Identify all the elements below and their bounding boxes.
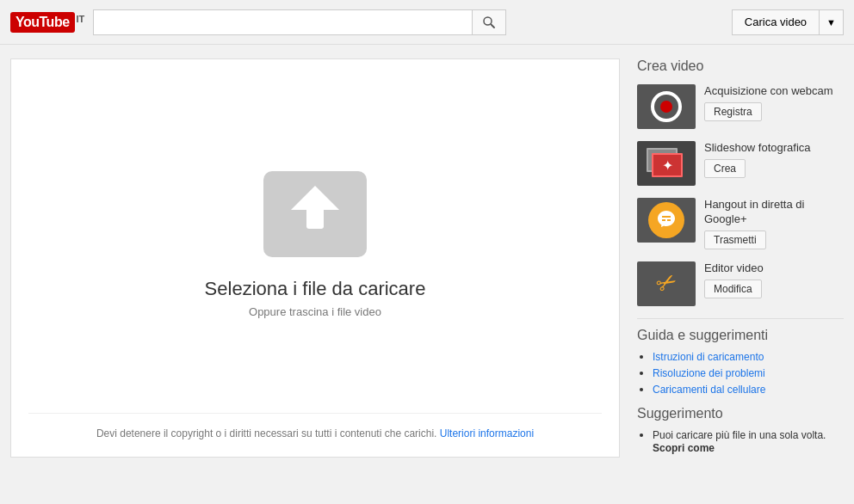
sidebar-item-editor: ✂ Editor video Modifica (637, 261, 844, 306)
slideshow-thumbnail: ✦ (637, 141, 696, 186)
webcam-action-button[interactable]: Registra (704, 102, 762, 121)
upload-icon (263, 171, 367, 257)
logo-it-suffix: IT (77, 14, 85, 24)
crea-video-heading: Crea video (637, 58, 844, 74)
editor-thumbnail: ✂ (637, 261, 696, 306)
upload-title: Seleziona i file da caricare (205, 278, 426, 300)
header-right: Carica video ▼ (732, 9, 844, 35)
editor-item-content: Editor video Modifica (704, 261, 844, 298)
list-item: Puoi caricare più file in una sola volta… (653, 428, 844, 454)
webcam-icon (651, 91, 682, 122)
webcam-item-content: Acquisizione con webcam Registra (704, 84, 844, 121)
search-input[interactable] (93, 9, 472, 35)
hangout-action-button[interactable]: Trasmetti (704, 230, 766, 249)
search-button[interactable] (472, 9, 506, 35)
header: YouTube IT Carica video ▼ (0, 0, 854, 45)
svg-point-0 (484, 17, 492, 25)
list-item: Istruzioni di caricamento (653, 350, 844, 363)
hangout-icon (648, 202, 684, 238)
upload-drop-zone[interactable]: Seleziona i file da caricare Oppure tras… (28, 77, 602, 413)
editor-action-button[interactable]: Modifica (704, 280, 762, 298)
hangout-bubble-icon (654, 208, 678, 232)
search-icon (482, 15, 496, 29)
search-bar (93, 9, 506, 35)
suggerimento-heading: Suggerimento (637, 406, 844, 421)
upload-button[interactable]: Carica video (732, 9, 819, 35)
guida-list: Istruzioni di caricamento Risoluzione de… (637, 350, 844, 396)
main-content: Seleziona i file da caricare Oppure tras… (0, 45, 854, 471)
slide-star: ✦ (662, 157, 673, 174)
scissors-icon: ✂ (651, 267, 682, 301)
upload-subtitle: Oppure trascina i file video (249, 305, 381, 318)
upload-arrow-stem (306, 210, 324, 229)
slideshow-item-title: Slideshow fotografica (704, 141, 844, 156)
sidebar-item-hangout: Hangout in diretta di Google+ Trasmetti (637, 198, 844, 249)
hangout-thumbnail (637, 198, 696, 243)
upload-dropdown-button[interactable]: ▼ (819, 9, 844, 35)
logo-area: YouTube IT (10, 12, 84, 33)
suggerimento-section: Suggerimento Puoi caricare più file in u… (637, 406, 844, 454)
scopri-come-link[interactable]: Scopri come (653, 442, 715, 454)
suggerimento-list: Puoi caricare più file in una sola volta… (637, 428, 844, 454)
sidebar: Crea video Acquisizione con webcam Regis… (620, 58, 844, 458)
guida-heading: Guida e suggerimenti (637, 328, 844, 343)
youtube-logo: YouTube (10, 12, 75, 33)
upload-footer-link[interactable]: Ulteriori informazioni (440, 427, 534, 439)
guida-link-2[interactable]: Risoluzione dei problemi (653, 367, 765, 379)
webcam-item-title: Acquisizione con webcam (704, 84, 844, 99)
upload-footer-text: Devi detenere il copyright o i diritti n… (96, 427, 437, 439)
suggerimento-text: Puoi caricare più file in una sola volta… (653, 429, 826, 441)
slide-front: ✦ (652, 153, 683, 177)
list-item: Caricamenti dal cellulare (653, 383, 844, 396)
upload-footer: Devi detenere il copyright o i diritti n… (28, 413, 602, 439)
guida-link-1[interactable]: Istruzioni di caricamento (653, 351, 764, 363)
section-divider-1 (637, 318, 844, 319)
svg-line-1 (492, 24, 495, 28)
webcam-thumbnail (637, 84, 696, 129)
hangout-item-content: Hangout in diretta di Google+ Trasmetti (704, 198, 844, 249)
slideshow-item-content: Slideshow fotografica Crea (704, 141, 844, 178)
webcam-dot (660, 101, 672, 113)
sidebar-item-slideshow: ✦ Slideshow fotografica Crea (637, 141, 844, 186)
slideshow-icon: ✦ (645, 146, 688, 181)
upload-arrow-icon (291, 186, 339, 210)
slideshow-action-button[interactable]: Crea (704, 159, 746, 178)
hangout-item-title: Hangout in diretta di Google+ (704, 198, 844, 227)
sidebar-item-webcam: Acquisizione con webcam Registra (637, 84, 844, 129)
guida-link-3[interactable]: Caricamenti dal cellulare (653, 384, 765, 396)
list-item: Risoluzione dei problemi (653, 366, 844, 379)
upload-section: Seleziona i file da caricare Oppure tras… (10, 58, 620, 458)
editor-item-title: Editor video (704, 261, 844, 276)
